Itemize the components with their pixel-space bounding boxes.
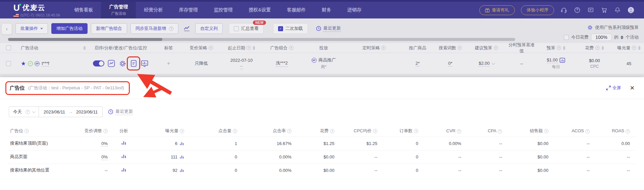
panel-recent-update-link[interactable]: 最近更新 — [108, 108, 133, 115]
nav-item-sales-dashboard[interactable]: 销售看板 — [66, 2, 101, 18]
sort-icon[interactable] — [601, 46, 604, 50]
date-end[interactable]: -- — [240, 64, 243, 69]
today-spend-checkbox[interactable] — [564, 35, 569, 40]
avatar[interactable] — [627, 6, 635, 14]
col-sales: 销售额? — [508, 125, 554, 137]
close-icon[interactable]: ✕ — [630, 85, 635, 92]
help-icon[interactable] — [574, 6, 581, 14]
col-campaign[interactable]: 广告活动 — [17, 43, 87, 53]
analysis-chart-icon[interactable] — [121, 140, 126, 145]
secondary-load-checkbox[interactable]: ✓ — [278, 26, 283, 31]
nav-item-monitoring[interactable]: 监控管理 — [206, 2, 240, 18]
analysis-chart-icon[interactable] — [121, 154, 126, 159]
chevron-down-icon[interactable] — [492, 61, 495, 65]
col-impressions[interactable]: 曝光量? — [614, 43, 644, 53]
col-portfolio[interactable]: 广告组合? — [263, 43, 300, 53]
trend-icon[interactable] — [179, 168, 184, 173]
nav-item-customer-email[interactable]: 客服邮件 — [279, 2, 314, 18]
help-circle-icon: ? — [458, 46, 462, 50]
bell-icon[interactable] — [614, 6, 621, 14]
nav-item-erp[interactable]: 进销存 — [339, 2, 370, 18]
date-range-picker[interactable]: 2023/06/11 → 2023/06/11 — [39, 106, 103, 117]
budget-value[interactable]: $1.00 — [547, 57, 558, 63]
sort-icon[interactable] — [83, 46, 86, 50]
help-circle-icon: ? — [595, 46, 600, 50]
col-search-terms[interactable]: 搜索词数? — [434, 43, 466, 53]
secondary-load-toggle[interactable]: ✓ 二次加载 — [273, 23, 308, 34]
help-circle-icon: ? — [330, 129, 334, 133]
nav-actions: 邀请有礼 体验小程序 — [479, 2, 644, 18]
recent-update-link[interactable]: 最近更新 — [316, 25, 341, 32]
expand-sidebar-button[interactable]: › — [1, 23, 12, 35]
placement-report-icon[interactable] — [129, 59, 138, 67]
add-tag-button[interactable]: + — [167, 60, 170, 67]
nav-item-ad-management[interactable]: 广告管理 广告活动 — [101, 2, 136, 18]
ctr-value: 16.67% — [243, 137, 298, 150]
trend-icon[interactable] — [179, 141, 184, 146]
invite-button[interactable]: 邀请有礼 — [479, 5, 515, 15]
search-terms-count[interactable]: 0* — [448, 61, 452, 66]
batch-operations-button[interactable]: 批量操作 — [15, 23, 48, 34]
summary-view-checkbox[interactable] — [234, 26, 239, 31]
bid-adjustment-value[interactable]: 0% — [101, 141, 108, 147]
logo-text: 优麦云 — [22, 3, 46, 12]
col-suggested-budget[interactable]: 建议预算? — [466, 43, 506, 53]
add-portfolio-button[interactable]: 新增广告组合 — [91, 23, 127, 34]
nav-item-inventory[interactable]: 库存管理 — [171, 2, 206, 18]
portfolio-value[interactable]: 洗***2 — [276, 60, 287, 67]
sort-icon[interactable] — [253, 46, 255, 50]
fullscreen-button[interactable]: 全屏 — [606, 85, 621, 91]
col-schedule-strategy[interactable]: 定时策略? — [347, 43, 401, 53]
favorite-star-icon[interactable]: ★ — [21, 60, 26, 67]
today-spend-input[interactable]: 100% — [591, 34, 612, 41]
support-headset-icon[interactable] — [560, 6, 568, 14]
gear-icon — [587, 25, 593, 30]
budget-chart-icon[interactable] — [559, 58, 565, 63]
products-count[interactable]: 2* — [416, 61, 420, 66]
cpc-value: -- — [340, 150, 383, 163]
col-bid-strategy[interactable]: 竞价策略? — [183, 43, 220, 53]
help-circle-icon: ? — [287, 129, 291, 133]
feedback-icon[interactable] — [587, 6, 594, 14]
date-to[interactable]: 2023/06/11 — [76, 109, 98, 114]
date-from[interactable]: 2023/06/11 — [44, 109, 65, 114]
campaign-name[interactable]: t***f — [42, 61, 49, 66]
today-spend-suffix: 个活动 — [626, 34, 639, 40]
add-campaign-button[interactable]: 增加广告活动 — [51, 23, 88, 34]
scrollbar-thumb[interactable] — [8, 38, 162, 41]
col-date-range[interactable]: 起止日期? — [220, 43, 263, 53]
analysis-chart-icon[interactable] — [107, 59, 115, 67]
col-spend[interactable]: 花费? — [575, 43, 614, 53]
summary-view-toggle[interactable]: 汇总查看 NEW — [229, 23, 264, 34]
placement-panel: 广告位 (广告活动：test - Perpetua - SP - PAT - 0… — [0, 77, 644, 190]
col-clicks: 点击量? — [190, 125, 243, 137]
monitor-bars-icon[interactable] — [141, 59, 149, 67]
custom-columns-button[interactable]: 自定义列 — [195, 23, 223, 34]
campaign-enabled-toggle[interactable] — [93, 60, 104, 66]
bid-adjustment-value[interactable]: 0% — [101, 154, 108, 160]
select-all-checkbox[interactable] — [6, 45, 11, 50]
mini-program-button[interactable]: 体验小程序 — [521, 5, 554, 15]
placement-name: 搜索结果的其他位置 — [8, 163, 77, 177]
nav-subitem-campaigns[interactable]: 广告活动 — [111, 11, 126, 16]
sort-icon[interactable] — [638, 46, 641, 50]
use-top-budget-row[interactable]: 使用广告系列顶级预算 — [587, 25, 639, 31]
nav-item-business-analysis[interactable]: 经营分析 — [136, 2, 171, 18]
trend-chart-button[interactable] — [182, 23, 192, 34]
col-analysis: 分析 — [114, 125, 134, 137]
date-preset-select[interactable]: 今天 ? — [9, 106, 39, 117]
cpc-value: -- — [340, 163, 383, 177]
trend-icon[interactable] — [179, 155, 184, 159]
col-budget[interactable]: 预算? — [537, 43, 575, 53]
row-checkbox[interactable] — [6, 61, 11, 66]
analysis-chart-icon[interactable] — [121, 167, 126, 172]
clock-refresh-icon — [108, 109, 113, 114]
suggested-budget-value[interactable]: $2.00 — [479, 61, 490, 66]
horizontal-scrollbar[interactable] — [8, 38, 515, 41]
nav-item-auth-settings[interactable]: 授权&设置 — [240, 2, 279, 18]
cart-icon[interactable] — [600, 6, 608, 14]
sort-icon[interactable] — [563, 46, 566, 50]
nav-item-finance[interactable]: 财务 — [314, 2, 339, 18]
settings-gear-icon[interactable] — [118, 59, 126, 67]
sync-amazon-button[interactable]: 同步亚马逊新增? — [130, 23, 178, 34]
